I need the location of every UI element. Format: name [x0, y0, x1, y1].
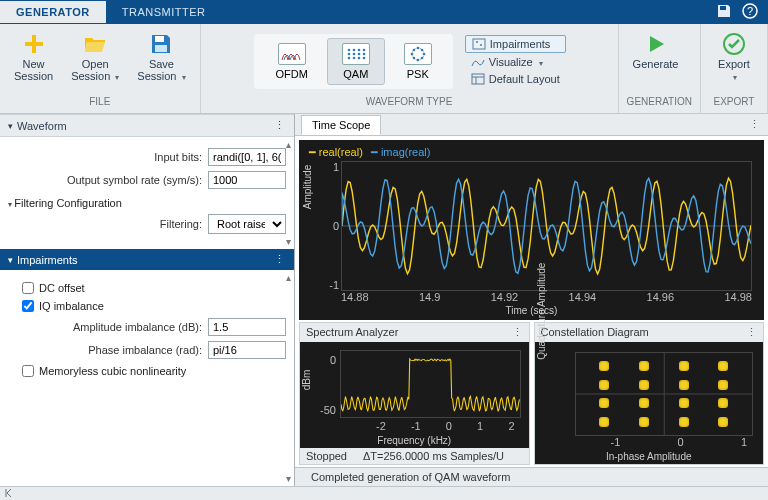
svg-point-28: [480, 44, 482, 46]
constellation-plot: Quadrature Amplitude -101 In-phase Ampli…: [535, 342, 764, 464]
default-layout-button[interactable]: Default Layout: [465, 71, 566, 87]
impairments-button[interactable]: Impairments: [465, 35, 566, 53]
plus-icon: [21, 32, 47, 56]
waveform-panel-header[interactable]: ▾Waveform⋮: [0, 114, 294, 137]
export-button[interactable]: Export: [709, 28, 759, 94]
filtering-config-header[interactable]: Filtering Configuration: [8, 197, 286, 209]
amp-imbalance-field[interactable]: [208, 318, 286, 336]
svg-point-10: [352, 52, 355, 55]
svg-text:?: ?: [747, 5, 753, 17]
svg-point-20: [416, 58, 419, 61]
open-session-button[interactable]: Open Session: [65, 28, 125, 94]
group-label-file: FILE: [8, 94, 192, 109]
svg-point-13: [347, 56, 350, 59]
scroll-up-icon[interactable]: ▴: [282, 139, 294, 150]
svg-point-15: [357, 56, 360, 59]
visualize-button[interactable]: Visualize: [465, 54, 566, 70]
impairments-panel: ▴ DC offset IQ imbalance Amplitude imbal…: [0, 270, 294, 486]
status-bar: Completed generation of QAM waveform: [295, 467, 768, 486]
play-icon: [643, 32, 669, 56]
save-icon[interactable]: [716, 3, 732, 21]
svg-point-7: [357, 48, 360, 51]
waveform-type-group: OFDM QAM PSK: [254, 34, 452, 89]
svg-point-9: [347, 52, 350, 55]
svg-point-21: [410, 52, 413, 55]
time-scope-plot: ━ real(real) ━ imag(real) Amplitude 10-1…: [299, 140, 764, 320]
constellation-panel-header: Constellation Diagram⋮: [535, 323, 764, 342]
waveform-psk-button[interactable]: PSK: [389, 38, 447, 85]
symbol-rate-label: Output symbol rate (sym/s):: [67, 174, 202, 186]
svg-point-24: [412, 56, 415, 59]
input-bits-field[interactable]: [208, 148, 286, 166]
qam-icon: [342, 43, 370, 65]
svg-point-22: [420, 48, 423, 51]
group-label-export: EXPORT: [709, 94, 759, 109]
svg-rect-26: [473, 39, 485, 49]
panel-menu-icon[interactable]: ⋮: [512, 326, 523, 339]
svg-point-27: [476, 41, 478, 43]
panel-menu-icon[interactable]: ⋮: [741, 118, 768, 131]
tab-transmitter[interactable]: TRANSMITTER: [106, 1, 222, 23]
group-label-generation: GENERATION: [627, 94, 692, 109]
scroll-down-icon[interactable]: ▾: [282, 236, 294, 247]
svg-point-6: [352, 48, 355, 51]
help-icon[interactable]: ?: [742, 3, 758, 21]
scroll-up-icon[interactable]: ▴: [282, 272, 294, 283]
phase-imbalance-field[interactable]: [208, 341, 286, 359]
spectrum-status: StoppedΔT=256.0000 ms Samples/U: [300, 448, 529, 464]
waveform-qam-button[interactable]: QAM: [327, 38, 385, 85]
waveform-panel: ▴ Input bits: Output symbol rate (sym/s)…: [0, 137, 294, 249]
waveform-ofdm-button[interactable]: OFDM: [260, 38, 322, 85]
dc-offset-checkbox[interactable]: [22, 282, 34, 294]
svg-point-18: [416, 46, 419, 49]
psk-icon: [404, 43, 432, 65]
layout-icon: [471, 73, 485, 85]
spectrum-plot: dBm 0-50 -2-1012 Frequency (kHz): [300, 342, 529, 448]
panel-menu-icon[interactable]: ⋮: [274, 119, 286, 132]
scope-tabbar: Time Scope ⋮: [295, 114, 768, 136]
ribbon: New Session Open Session Save Session FI…: [0, 24, 768, 114]
filtering-label: Filtering:: [160, 218, 202, 230]
spectrum-panel-header: Spectrum Analyzer⋮: [300, 323, 529, 342]
memoryless-nonlinearity-checkbox[interactable]: [22, 365, 34, 377]
visualize-icon: [471, 56, 485, 68]
collapse-icon[interactable]: [4, 488, 14, 500]
generate-button[interactable]: Generate: [627, 28, 685, 94]
svg-point-14: [352, 56, 355, 59]
svg-point-23: [420, 56, 423, 59]
check-icon: [721, 32, 747, 56]
ofdm-icon: [278, 43, 306, 65]
iq-imbalance-checkbox[interactable]: [22, 300, 34, 312]
input-bits-label: Input bits:: [154, 151, 202, 163]
svg-point-11: [357, 52, 360, 55]
app-tabbar: GENERATOR TRANSMITTER ?: [0, 0, 768, 24]
panel-menu-icon[interactable]: ⋮: [746, 326, 757, 339]
svg-rect-3: [155, 36, 164, 42]
amp-imbalance-label: Amplitude imbalance (dB):: [73, 321, 202, 333]
svg-rect-29: [472, 74, 484, 84]
save-session-button[interactable]: Save Session: [131, 28, 191, 94]
svg-point-5: [347, 48, 350, 51]
svg-point-8: [362, 48, 365, 51]
svg-rect-4: [155, 45, 167, 52]
impairments-icon: [472, 38, 486, 50]
impairments-panel-header[interactable]: ▾Impairments⋮: [0, 249, 294, 270]
new-session-button[interactable]: New Session: [8, 28, 59, 94]
footer-bar: [0, 486, 768, 500]
save-disk-icon: [148, 32, 174, 56]
group-label-waveform: WAVEFORM TYPE: [209, 94, 610, 109]
phase-imbalance-label: Phase imbalance (rad):: [88, 344, 202, 356]
svg-point-19: [422, 52, 425, 55]
svg-rect-0: [720, 6, 726, 10]
svg-point-16: [362, 56, 365, 59]
folder-open-icon: [82, 32, 108, 56]
panel-menu-icon[interactable]: ⋮: [274, 253, 286, 266]
time-scope-tab[interactable]: Time Scope: [301, 115, 381, 135]
scroll-down-icon[interactable]: ▾: [282, 473, 294, 484]
svg-point-12: [362, 52, 365, 55]
symbol-rate-field[interactable]: [208, 171, 286, 189]
svg-point-25: [412, 48, 415, 51]
filtering-select[interactable]: Root raised …: [208, 214, 286, 234]
tab-generator[interactable]: GENERATOR: [0, 1, 106, 23]
